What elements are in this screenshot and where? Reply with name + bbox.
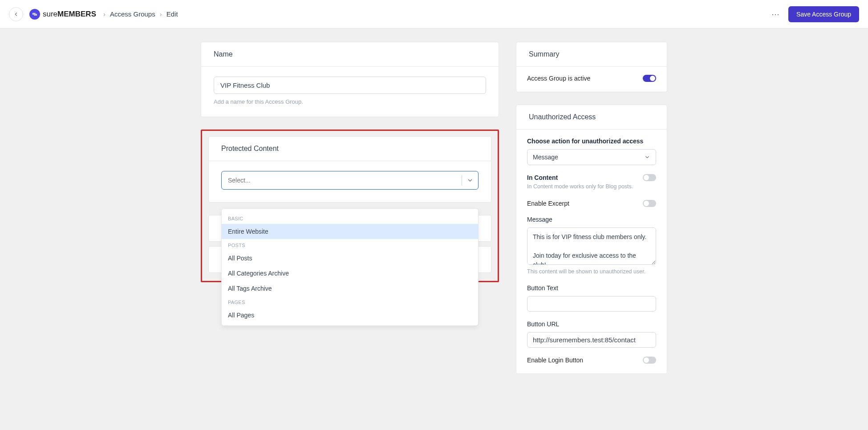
app-logo: sureMEMBERS <box>29 9 96 20</box>
protected-content-title: Protected Content <box>209 137 491 161</box>
login-button-toggle[interactable] <box>643 357 656 364</box>
protected-content-dropdown: BASIC Entire Website POSTS All Posts All… <box>221 208 479 326</box>
chevron-right-icon: › <box>103 10 105 18</box>
login-button-label: Enable Login Button <box>527 357 583 364</box>
button-text-label: Button Text <box>527 284 656 292</box>
dropdown-item-all-tags[interactable]: All Tags Archive <box>222 281 478 296</box>
unauthorized-access-card: Unauthorized Access Choose action for un… <box>516 105 667 374</box>
dropdown-group-posts: POSTS <box>222 239 478 251</box>
button-url-label: Button URL <box>527 320 656 328</box>
logo-mark-icon <box>29 9 40 20</box>
protected-content-select[interactable] <box>221 171 479 190</box>
unauthorized-title: Unauthorized Access <box>516 105 667 130</box>
excerpt-toggle[interactable] <box>643 200 656 207</box>
dropdown-item-all-posts[interactable]: All Posts <box>222 251 478 266</box>
chevron-right-icon: › <box>160 10 162 18</box>
logo-text: sureMEMBERS <box>43 10 96 19</box>
name-card-title: Name <box>201 42 499 67</box>
action-label: Choose action for unauthorized access <box>527 138 656 145</box>
excerpt-label: Enable Excerpt <box>527 200 569 207</box>
in-content-help: In Content mode works only for Blog post… <box>527 183 656 191</box>
chevron-down-icon <box>644 154 650 160</box>
breadcrumb: › Access Groups › Edit <box>103 10 178 18</box>
active-toggle[interactable] <box>643 75 656 82</box>
active-label: Access Group is active <box>527 75 590 82</box>
app-header: sureMEMBERS › Access Groups › Edit ⋯ Sav… <box>0 0 868 28</box>
protected-content-search-input[interactable] <box>222 177 462 184</box>
access-group-name-input[interactable] <box>214 77 486 94</box>
breadcrumb-edit: Edit <box>166 10 178 18</box>
in-content-toggle[interactable] <box>643 174 656 181</box>
button-text-input[interactable] <box>527 296 656 312</box>
dropdown-group-basic: BASIC <box>222 212 478 224</box>
name-card: Name Add a name for this Access Group. <box>201 42 499 117</box>
dropdown-item-all-pages[interactable]: All Pages <box>222 308 478 323</box>
summary-title: Summary <box>516 42 667 67</box>
in-content-label: In Content <box>527 174 558 181</box>
chevron-down-icon[interactable] <box>462 177 478 184</box>
dropdown-group-pages: PAGES <box>222 296 478 308</box>
button-url-input[interactable] <box>527 332 656 348</box>
summary-card: Summary Access Group is active <box>516 42 667 92</box>
dropdown-item-all-categories[interactable]: All Categories Archive <box>222 266 478 281</box>
dropdown-item-entire-website[interactable]: Entire Website <box>222 224 478 239</box>
back-button[interactable] <box>9 7 23 21</box>
message-help: This content will be shown to unauthoriz… <box>527 268 656 276</box>
message-textarea[interactable] <box>527 227 656 265</box>
action-select-value: Message <box>533 154 558 161</box>
name-help-text: Add a name for this Access Group. <box>214 98 486 105</box>
message-label: Message <box>527 216 656 223</box>
protected-content-highlight: Protected Content BASIC Entire Website P… <box>201 130 499 282</box>
protected-content-card: Protected Content BASIC Entire Website P… <box>208 136 491 203</box>
breadcrumb-access-groups[interactable]: Access Groups <box>110 10 155 18</box>
more-options-button[interactable]: ⋯ <box>771 9 779 19</box>
action-select[interactable]: Message <box>527 149 656 165</box>
save-access-group-button[interactable]: Save Access Group <box>788 6 859 22</box>
